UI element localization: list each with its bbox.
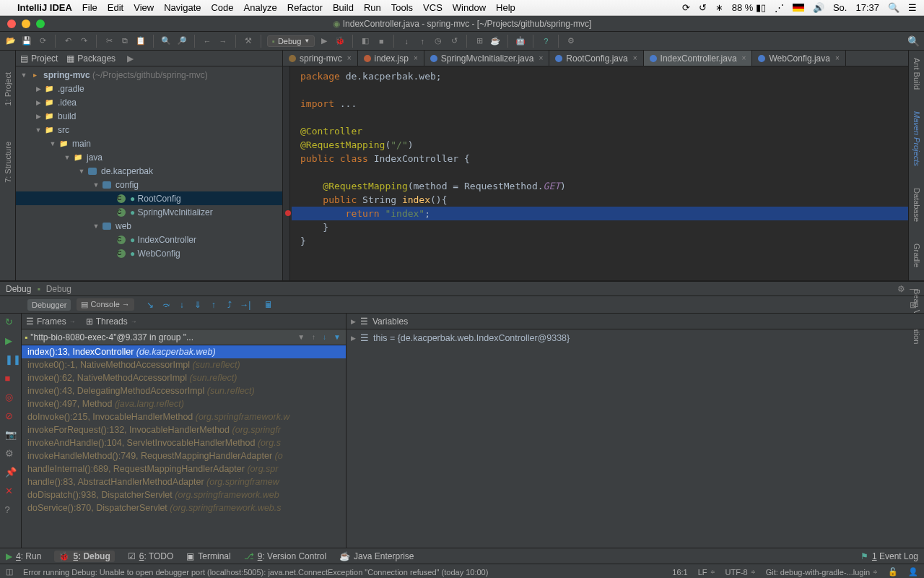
sync-icon[interactable]: ⟳	[36, 35, 49, 48]
vcs-revert-icon[interactable]: ↺	[448, 35, 461, 48]
tool-event-log[interactable]: ⚑1 Event Log	[860, 551, 918, 561]
stop-icon[interactable]: ■	[5, 373, 17, 384]
stack-frame[interactable]: invoke():43, DelegatingMethodAccessorImp…	[22, 384, 346, 397]
stack-frame[interactable]: invokeAndHandle():104, ServletInvocableH…	[22, 436, 346, 449]
close-window-button[interactable]	[7, 20, 16, 28]
time-machine-icon[interactable]: ↺	[699, 2, 707, 13]
menu-tools[interactable]: Tools	[391, 2, 413, 13]
view-breakpoints-icon[interactable]: ◎	[5, 392, 17, 403]
settings-icon[interactable]: ⚙	[565, 35, 578, 48]
app-name[interactable]: IntelliJ IDEA	[17, 2, 72, 13]
battery-indicator[interactable]: 88 % ▮▯	[732, 2, 766, 13]
prev-frame-icon[interactable]: ↑	[310, 333, 318, 341]
stack-frame[interactable]: index():13, IndexController (de.kacperba…	[22, 345, 346, 358]
file-encoding[interactable]: UTF-8≑	[725, 568, 756, 577]
run-to-cursor-icon[interactable]: →|	[240, 299, 251, 311]
code-editor[interactable]: package de.kacperbak.web; import ... @Co…	[283, 66, 908, 280]
minimize-icon[interactable]: —	[910, 284, 918, 294]
paste-icon[interactable]: 📋	[134, 35, 147, 48]
bluetooth-icon[interactable]: ∗	[715, 2, 723, 13]
close-icon[interactable]: ×	[414, 54, 418, 62]
variables-tab[interactable]: Variables	[372, 316, 408, 327]
variable-row[interactable]: ▶☰this = {de.kacperbak.web.IndexControll…	[351, 332, 920, 343]
vcs-history-icon[interactable]: ◷	[432, 35, 445, 48]
close-icon[interactable]: ✕	[5, 486, 17, 497]
close-icon[interactable]: ×	[742, 54, 746, 62]
help-icon[interactable]: ?	[539, 35, 552, 48]
debug-icon[interactable]: 🐞	[334, 35, 346, 48]
step-into-icon[interactable]: ↓	[176, 299, 188, 311]
vars-arrow-icon[interactable]: ▶	[351, 318, 356, 325]
pause-icon[interactable]: ❚❚	[5, 354, 17, 366]
settings-icon[interactable]: ⚙	[5, 448, 17, 460]
volume-icon[interactable]: 🔊	[813, 2, 824, 13]
menu-vcs[interactable]: VCS	[423, 2, 443, 13]
force-step-into-icon[interactable]: ⇓	[192, 299, 204, 311]
tool-vcs[interactable]: ⎇9: Version Control	[244, 551, 326, 561]
menu-edit[interactable]: Edit	[108, 2, 123, 13]
tool-maven[interactable]: Maven Projects	[912, 111, 921, 166]
tree-root[interactable]: ▼▸spring-mvc (~/Projects/github/spring-m…	[16, 68, 282, 82]
tree-main[interactable]: ▼📁main	[16, 137, 282, 150]
project-tab[interactable]: ▤ Project	[20, 53, 58, 64]
tool-project[interactable]: 1: Project	[4, 72, 12, 105]
debugger-tab[interactable]: Debugger	[27, 299, 71, 311]
forward-icon[interactable]: →	[217, 35, 230, 48]
tree-java[interactable]: ▼📁java	[16, 150, 282, 164]
clock-time[interactable]: 17:37	[855, 2, 879, 13]
menu-refactor[interactable]: Refactor	[287, 2, 323, 13]
back-icon[interactable]: ←	[201, 35, 214, 48]
menu-run[interactable]: Run	[364, 2, 381, 13]
stack-frame[interactable]: doInvoke():215, InvocableHandlerMethod (…	[22, 410, 346, 423]
git-branch[interactable]: Git: debug-with-gradle-...lugin≑	[766, 568, 878, 577]
step-over-icon[interactable]: ⤼	[160, 299, 172, 311]
close-icon[interactable]: ×	[539, 54, 543, 62]
resume-icon[interactable]: ▶	[5, 335, 17, 347]
tool-debug[interactable]: 🐞5: Debug	[54, 551, 114, 562]
menu-build[interactable]: Build	[333, 2, 354, 13]
dropdown-icon[interactable]: ▼	[295, 333, 307, 341]
notification-icon[interactable]: ☰	[908, 2, 917, 13]
tool-windows-icon[interactable]: ◫	[6, 567, 13, 577]
project-tree[interactable]: ▼▸spring-mvc (~/Projects/github/spring-m…	[16, 66, 282, 280]
help-icon[interactable]: ?	[5, 504, 17, 516]
stack-frame[interactable]: doDispatch():938, DispatcherServlet (org…	[22, 488, 346, 501]
run-config-dropdown[interactable]: ▪Debug▼	[267, 35, 315, 47]
clock-day[interactable]: So.	[833, 2, 847, 13]
menu-navigate[interactable]: Navigate	[164, 2, 201, 13]
tool-structure[interactable]: 7: Structure	[4, 142, 12, 183]
wifi-icon[interactable]: ⋰	[775, 2, 784, 13]
frames-tab[interactable]: ☰ Frames →	[26, 316, 76, 327]
minimize-window-button[interactable]	[22, 20, 30, 28]
copy-icon[interactable]: ⧉	[118, 35, 131, 48]
tree-idea[interactable]: ▶📁.idea	[16, 95, 282, 109]
find-icon[interactable]: 🔍	[160, 35, 173, 48]
caret-position[interactable]: 16:1	[672, 568, 687, 577]
vcs-commit-icon[interactable]: ↑	[416, 35, 429, 48]
frames-list[interactable]: index():13, IndexController (de.kacperba…	[22, 345, 346, 548]
save-icon[interactable]: 💾	[20, 35, 33, 48]
threads-tab[interactable]: ⊞ Threads →	[86, 316, 137, 327]
line-separator[interactable]: LF≑	[698, 568, 715, 577]
tree-config[interactable]: ▼config	[16, 178, 282, 191]
stack-frame[interactable]: invokeForRequest():132, InvocableHandler…	[22, 423, 346, 436]
packages-tab[interactable]: ▦ Packages	[66, 53, 116, 64]
android-icon[interactable]: 🤖	[514, 35, 527, 48]
stack-frame[interactable]: invoke0():-1, NativeMethodAccessorImpl (…	[22, 358, 346, 371]
stack-frame[interactable]: invoke():62, NativeMethodAccessorImpl (s…	[22, 371, 346, 384]
tool-ant[interactable]: Ant Build	[912, 58, 921, 90]
flag-icon[interactable]	[793, 4, 804, 12]
tool-run[interactable]: ▶4: Run	[6, 551, 41, 561]
sync-icon[interactable]: ⟳	[682, 2, 690, 13]
tab-webconfig[interactable]: WebConfig.java×	[752, 51, 845, 66]
menu-analyze[interactable]: Analyze	[244, 2, 277, 13]
stack-frame[interactable]: doService():870, DispatcherServlet (org.…	[22, 501, 346, 514]
redo-icon[interactable]: ↷	[77, 35, 90, 48]
evaluate-icon[interactable]: 🖩	[263, 299, 274, 311]
stack-frame[interactable]: handleInternal():689, RequestMappingHand…	[22, 462, 346, 475]
undo-icon[interactable]: ↶	[61, 35, 74, 48]
settings-icon[interactable]: ⚙	[897, 284, 905, 294]
menu-code[interactable]: Code	[211, 2, 233, 13]
thread-selector[interactable]: ▪ "http-bio-8080-exec-4"@9.337 in group …	[22, 329, 346, 345]
pin-icon[interactable]: 📌	[5, 467, 17, 478]
